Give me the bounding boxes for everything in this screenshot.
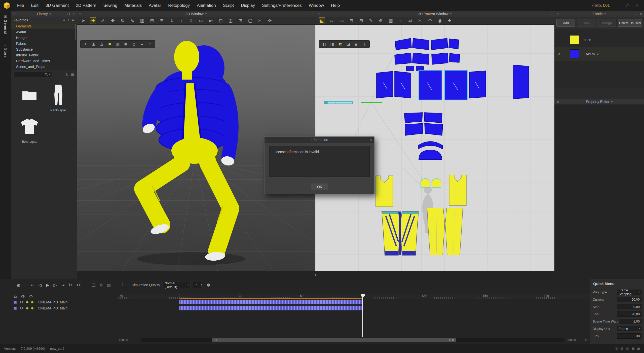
cross-tool-icon[interactable]: ✜	[267, 18, 273, 24]
play-type-select[interactable]: Frame Stepping ▾	[617, 290, 641, 295]
float-window-icon[interactable]: ❐	[311, 12, 313, 16]
show-grain-icon[interactable]: ◪	[346, 42, 351, 47]
spin-up-icon[interactable]: ▴	[201, 283, 202, 285]
fabric-swatch[interactable]	[570, 49, 579, 58]
fabric-swatch[interactable]	[570, 35, 579, 44]
dialog-ok-button[interactable]: OK	[311, 184, 328, 190]
favorite-item-scene-and-props[interactable]: Scene_and_Props	[11, 64, 77, 70]
menu-file[interactable]: File	[14, 3, 27, 8]
previous-frame-button[interactable]: ◁	[36, 283, 44, 288]
chevron-down-icon[interactable]: ▾	[205, 12, 207, 16]
spin-down-icon[interactable]: ▾	[201, 285, 202, 287]
timeline-scrollbar-thumb[interactable]: -30 200	[212, 338, 456, 342]
skip-to-end-button[interactable]: ⇥	[59, 283, 66, 288]
rotate-tool-icon[interactable]: ↻	[120, 18, 126, 24]
favorite-item-hardware-and-trims[interactable]: Hardware_and_Trims	[11, 58, 77, 64]
stretch-tool-icon[interactable]: ↕	[178, 18, 184, 24]
rectangle-tool-icon[interactable]: ▭	[338, 18, 345, 24]
favorite-item-interior-fabric[interactable]: Interior_Fabric	[11, 52, 77, 58]
track-keyframe-dot[interactable]	[31, 307, 33, 309]
add-favorite-icon[interactable]: +	[68, 18, 69, 22]
bounds-tool-icon[interactable]: ▢	[247, 18, 253, 24]
dialog-close-icon[interactable]: ✕	[370, 138, 372, 142]
timeline-ruler[interactable]: -30 0 30 60 120 150 180	[118, 294, 590, 299]
time-cursor-icon[interactable]: I	[119, 283, 127, 288]
track-mute-toggle[interactable]	[20, 307, 23, 309]
file-item-tshirt[interactable]: Tshirt.zpac	[16, 115, 43, 144]
move-keyframe-icon[interactable]: ✥	[97, 283, 105, 288]
avatar-hide-icon[interactable]: ♙	[99, 42, 104, 47]
chevron-down-icon[interactable]: ▾	[611, 100, 613, 103]
move-tool-icon[interactable]: ⇗	[100, 18, 106, 24]
display-unit-select[interactable]: Frame ▾	[617, 326, 641, 331]
align-tool-icon[interactable]: ⇤	[208, 18, 214, 24]
fabric-row-base[interactable]: base	[554, 33, 644, 47]
float-window-icon[interactable]: ❐	[635, 12, 637, 16]
lock-icon[interactable]	[14, 295, 17, 298]
hamburger-icon[interactable]: ≣	[556, 100, 559, 103]
minimize-button[interactable]: —	[615, 4, 622, 8]
file-item-pants[interactable]: Pants.zpac	[45, 83, 72, 112]
avatar-home-icon[interactable]: ⌂	[147, 42, 153, 46]
collapse-arrow-icon[interactable]: ▼	[314, 273, 317, 276]
chevron-down-icon[interactable]: ▾	[50, 12, 51, 16]
play-button[interactable]: ▶	[44, 283, 51, 288]
menu-edit[interactable]: Edit	[27, 3, 42, 8]
step-count-input[interactable]: 1 ▴ ▾	[193, 282, 203, 288]
gizmo-tool-icon[interactable]: ✚	[90, 17, 96, 24]
scissors-tool-icon[interactable]: ✂	[257, 18, 263, 24]
favorite-item-hanger[interactable]: Hanger	[11, 35, 77, 41]
hamburger-icon[interactable]: ≣	[79, 12, 81, 16]
refresh-icon[interactable]: ↻	[65, 73, 68, 77]
drop-tool-icon[interactable]: ⇓	[169, 18, 175, 24]
menu-avatar[interactable]: Avatar	[145, 3, 165, 8]
favorite-item-avatar[interactable]: Avatar	[11, 29, 77, 35]
close-button[interactable]: ✕	[633, 4, 640, 8]
end-frame-field[interactable]: 90,00	[617, 311, 641, 317]
track-keyframe-dot[interactable]	[31, 301, 33, 303]
close-panel-icon[interactable]: ✕	[72, 12, 75, 16]
frame-tool-icon[interactable]: ◻	[218, 18, 224, 24]
fabric-row-fabric3[interactable]: ✔ FABRIC 3	[554, 47, 644, 61]
target-tool-icon[interactable]: ⊡	[237, 18, 243, 24]
layout-4-icon[interactable]: ▦	[632, 347, 635, 350]
flatten-tool-icon[interactable]: ▭	[198, 18, 204, 24]
menu-script[interactable]: Script	[219, 3, 237, 8]
search-filter-caret-icon[interactable]: ▾	[49, 73, 50, 76]
avatar-arrange-icon[interactable]: ◒	[139, 42, 144, 46]
remove-tool-icon[interactable]: ⊟	[348, 18, 354, 24]
scroll-end-icon[interactable]: ⇥	[584, 338, 587, 342]
loop-button[interactable]: ↻	[66, 283, 74, 288]
track-keyframe-dot[interactable]	[26, 307, 28, 309]
favorite-item-substance[interactable]: Substance	[11, 47, 77, 52]
favorite-item-fabric[interactable]: Fabric	[11, 41, 77, 47]
copy-fabric-button[interactable]: Copy	[577, 19, 596, 27]
track-mute-toggle[interactable]	[20, 301, 23, 303]
window-timeline-divider[interactable]: ▼	[77, 271, 554, 279]
show-texture-icon[interactable]: ◩	[338, 42, 343, 47]
track-keyframe-dot[interactable]	[26, 301, 28, 303]
add-fabric-button[interactable]: Add	[556, 19, 575, 27]
playback-speed-button[interactable]: 1X	[74, 283, 83, 287]
tab-general[interactable]: ▣ General	[4, 14, 8, 34]
import-icon[interactable]: ⇩	[63, 18, 65, 22]
fit-tool-icon[interactable]: ⇕	[188, 18, 194, 24]
animation-clip[interactable]	[179, 300, 363, 304]
menu-3d-garment[interactable]: 3D Garment	[42, 3, 72, 8]
menu-retopology[interactable]: Retopology	[165, 3, 193, 8]
eye-icon[interactable]	[21, 295, 25, 298]
list-view-icon[interactable]: ≣	[72, 18, 74, 22]
scale-tool-icon[interactable]: ⇘	[129, 18, 135, 24]
curve-tool-icon[interactable]: ◠	[427, 18, 433, 24]
menu-sewing[interactable]: Sewing	[100, 3, 121, 8]
menu-help[interactable]: Help	[327, 3, 343, 8]
chevron-down-icon[interactable]: ▾	[450, 12, 452, 16]
simulation-quality-select[interactable]: Normal (Default) ▾	[163, 282, 191, 288]
start-frame-field[interactable]: 0,00	[617, 304, 641, 309]
delete-unused-button[interactable]: Delete Unused	[618, 19, 642, 27]
cut-tool-icon[interactable]: ✂	[417, 18, 423, 24]
menu-materials[interactable]: Materials	[121, 3, 145, 8]
seam-tool-icon[interactable]: ≈	[397, 18, 403, 24]
avatar-skin-icon[interactable]: ☻	[107, 42, 112, 46]
float-window-icon[interactable]: ❐	[550, 12, 552, 16]
